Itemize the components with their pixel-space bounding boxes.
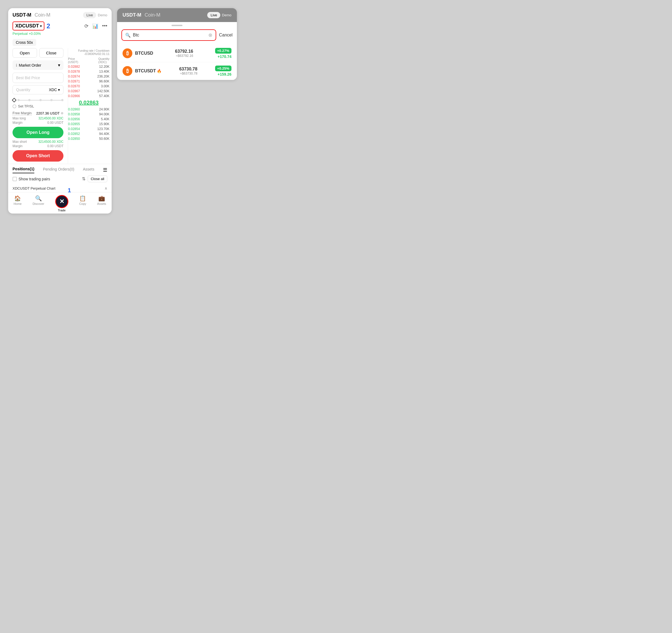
fire-icon: 🔥: [157, 69, 162, 73]
cancel-button[interactable]: Cancel: [219, 33, 233, 37]
btcusd-name: BTCUSD: [135, 51, 153, 56]
btcusd-equiv: ≈$63792.16: [175, 54, 193, 58]
slider-row: [13, 97, 64, 104]
symbol-icons: ⟳ 📊 •••: [85, 23, 107, 29]
r-live-button[interactable]: Live: [207, 12, 220, 18]
trading-form: Open Close ℹ Market Order ▾ Best Bid Pri…: [8, 48, 68, 164]
chevron-up-icon[interactable]: ∧: [104, 186, 107, 191]
show-pairs-row: Show trading pairs ⇅ Close all: [13, 173, 107, 184]
tab-usdt[interactable]: USDT-M: [13, 12, 31, 18]
btcusdt-change: +159.26: [215, 72, 232, 76]
bid-qty: 24.90K: [99, 107, 110, 111]
bid-price: 0.02856: [68, 117, 80, 121]
bid-qty: 94.00K: [99, 112, 110, 116]
open-long-button[interactable]: Open Long: [13, 127, 64, 138]
tpsl-radio[interactable]: [13, 104, 16, 108]
dropdown-arrow-icon: ▾: [58, 62, 60, 68]
ask-qty: 236.20K: [97, 75, 110, 78]
clear-icon[interactable]: ⊗: [208, 32, 212, 38]
cycle-icon[interactable]: ⟳: [85, 23, 89, 29]
order-type-selector[interactable]: ℹ Market Order ▾: [13, 60, 64, 70]
bid-row: 0.02856 5.40K: [68, 117, 110, 122]
quantity-field[interactable]: Quantity XDC ▾: [13, 85, 64, 94]
tab-coin[interactable]: Coin-M: [34, 12, 50, 18]
btcusdt-mid: 63730.78 ≈$63730.78: [179, 67, 197, 75]
live-button[interactable]: Live: [83, 12, 96, 18]
ask-qty: 13.40K: [99, 70, 110, 73]
more-icon[interactable]: •••: [102, 23, 107, 29]
nav-assets[interactable]: 💼 Assets: [97, 195, 106, 212]
chart-icon[interactable]: 📊: [92, 23, 98, 29]
ask-row: 0.02874 236.20K: [68, 74, 110, 79]
order-type-left: ℹ Market Order: [16, 63, 41, 68]
best-bid-input[interactable]: Best Bid Price: [13, 73, 64, 83]
max-long-value: 3214500.00 XDC: [39, 117, 64, 120]
tabs-actions: ⇅ Close all: [82, 175, 107, 182]
btcusdt-pct: +0.25%: [215, 66, 232, 71]
bid-qty: 5.40K: [101, 117, 110, 121]
info-icon: ℹ: [16, 63, 17, 68]
btcusd-mid: 63792.16 ≈$63792.16: [175, 49, 193, 58]
ob-price-header: Price(USDT): [68, 57, 78, 64]
tab-assets[interactable]: Assets: [83, 167, 94, 173]
perpetual-change: +0.03%: [29, 31, 41, 35]
symbol-row: XDCUSDT ▾ 2 ⟳ 📊 •••: [8, 20, 112, 31]
close-button[interactable]: Close: [39, 48, 64, 58]
coin-row-btcusdt[interactable]: ₿ BTCUSDT 🔥 63730.78 ≈$63730.78 +0.25% +…: [120, 62, 234, 80]
close-all-button[interactable]: Close all: [88, 175, 107, 182]
coin-left: ₿ BTCUSDT 🔥: [122, 66, 162, 76]
slider-track[interactable]: [18, 98, 64, 102]
header-right: Live Demo: [83, 12, 107, 18]
badge-2: 2: [47, 22, 50, 30]
bid-price: 0.02852: [68, 132, 80, 136]
btcusd-icon: ₿: [122, 48, 132, 58]
position-row: XDCUSDT Perpetual Chart ∧: [13, 184, 107, 192]
bid-row: 0.02854 123.70K: [68, 126, 110, 131]
demo-button[interactable]: Demo: [98, 12, 107, 18]
open-button[interactable]: Open: [13, 48, 37, 58]
tpsl-row: Set TP/SL: [13, 104, 64, 108]
r-tab-usdt[interactable]: USDT-M: [122, 12, 141, 18]
ask-price: 0.02882: [68, 65, 80, 69]
r-demo-button[interactable]: Demo: [222, 12, 232, 18]
nav-trade[interactable]: ✕ 1 Trade: [55, 195, 68, 212]
sort-icon[interactable]: ⇅: [82, 176, 86, 181]
open-short-button[interactable]: Open Short: [13, 150, 64, 161]
header: USDT-M Coin-M Live Demo: [8, 8, 112, 20]
funding-value: -0.0830%/02:31:11: [68, 52, 110, 55]
r-tab-coin[interactable]: Coin-M: [145, 12, 160, 18]
trade-x-icon: ✕: [59, 198, 64, 205]
show-pairs-checkbox[interactable]: [13, 177, 17, 181]
btcusd-pct: +0.27%: [215, 48, 232, 54]
bid-qty: 15.90K: [99, 122, 110, 126]
show-pairs-label[interactable]: Show trading pairs: [13, 177, 50, 181]
coin-row-btcusd[interactable]: ₿ BTCUSD 63792.16 ≈$63792.16 +0.27% +170…: [120, 45, 234, 62]
nav-assets-label: Assets: [97, 202, 106, 205]
nav-home[interactable]: 🏠 Home: [14, 195, 22, 212]
search-input[interactable]: [133, 33, 206, 37]
ask-qty: 142.50K: [97, 89, 110, 93]
leverage-button[interactable]: Cross 50x: [13, 39, 36, 46]
bid-price: 0.02855: [68, 122, 80, 126]
left-panel: USDT-M Coin-M Live Demo XDCUSDT ▾ 2 ⟳ 📊 …: [8, 8, 112, 213]
r-header-right: Live Demo: [207, 12, 232, 18]
tab-positions[interactable]: Positions(1): [13, 167, 34, 173]
trade-circle[interactable]: ✕: [55, 195, 68, 208]
slider-handle[interactable]: [12, 98, 17, 103]
tab-pending[interactable]: Pending Orders(0): [43, 167, 74, 173]
search-box[interactable]: 🔍 ⊗: [121, 29, 216, 41]
nav-discover[interactable]: 🔍 Discover: [33, 195, 44, 212]
qty-label: Quantity: [16, 87, 30, 92]
list-icon[interactable]: ☰: [103, 167, 107, 173]
qty-dropdown-icon: ▾: [58, 87, 60, 92]
nav-copy[interactable]: 📋 Copy: [79, 195, 86, 212]
ask-row: 0.02867 142.50K: [68, 89, 110, 94]
symbol-selector[interactable]: XDCUSDT ▾: [13, 22, 44, 30]
nav-trade-wrap: ✕ 1: [55, 195, 68, 208]
search-row: 🔍 ⊗ Cancel: [117, 27, 237, 45]
max-short-row: Max short 3214500.00 XDC: [13, 140, 64, 144]
symbol-name: XDCUSDT: [15, 23, 39, 29]
max-long-label: Max long: [13, 117, 26, 120]
btcusd-label: BTCUSD: [135, 51, 153, 56]
ask-price: 0.02867: [68, 89, 80, 93]
